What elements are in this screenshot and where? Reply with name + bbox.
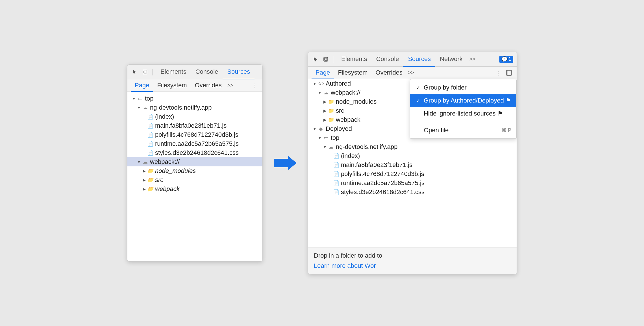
right-toolbar: Elements Console Sources Network >> 💬 1 (308, 52, 517, 67)
tree-item[interactable]: 📄runtime.aa2dc5a72b65a575.js (308, 179, 517, 188)
sub-tab-overrides[interactable]: Overrides (191, 79, 226, 92)
right-tab-overflow[interactable]: >> (467, 56, 478, 62)
tree-item[interactable]: 📄runtime.aa2dc5a72b65a575.js (127, 139, 262, 148)
tree-item[interactable]: ▼▭top (127, 94, 262, 103)
tree-item[interactable]: ▼☁webpack:// (127, 157, 262, 166)
arrow-right (274, 155, 297, 171)
right-devtools-panel: Elements Console Sources Network >> 💬 1 … (308, 52, 517, 274)
tree-item[interactable]: 📄main.fa8bfa0e23f1eb71.js (127, 121, 262, 130)
cursor-icon[interactable] (131, 68, 139, 76)
tab-console[interactable]: Console (191, 65, 223, 79)
tab-elements[interactable]: Elements (156, 65, 191, 79)
sub-toolbar-actions: ⋮ (251, 81, 259, 90)
dropdown-divider (410, 122, 516, 122)
dropdown-item-hide-ignore[interactable]: Hide ignore-listed sources ⚑ (410, 107, 516, 120)
tree-item[interactable]: 📄polyfills.4c768d7122740d3b.js (308, 169, 517, 179)
notification-badge[interactable]: 💬 1 (499, 56, 513, 63)
tree-item[interactable]: ▶📁node_modules (127, 166, 262, 175)
left-devtools-panel: Elements Console Sources Page Filesystem… (127, 64, 263, 262)
dropdown-item-group-authored[interactable]: ✓Group by Authored/Deployed ⚑ (410, 94, 516, 107)
sub-tab-filesystem[interactable]: Filesystem (153, 79, 191, 92)
filesystem-section: Drop in a folder to add to Learn more ab… (308, 247, 517, 274)
right-tab-elements[interactable]: Elements (337, 52, 372, 67)
sub-tab-page[interactable]: Page (131, 79, 153, 92)
tree-item[interactable]: ▼☁ng-devtools.netlify.app (308, 142, 517, 151)
right-sub-toolbar-actions: ⋮ (494, 69, 513, 77)
tree-item[interactable]: 📄main.fa8bfa0e23f1eb71.js (308, 160, 517, 169)
filesystem-learn-more-link[interactable]: Learn more about Wor (314, 262, 511, 270)
tab-bar: Elements Console Sources (156, 65, 259, 79)
dropdown-item-group-folder[interactable]: ✓Group by folder (410, 81, 516, 94)
svg-rect-4 (325, 58, 327, 60)
right-sub-tab-filesystem[interactable]: Filesystem (334, 67, 371, 79)
more-options-button[interactable]: ⋮ (251, 81, 259, 90)
left-toolbar: Elements Console Sources (127, 65, 262, 79)
tree-item[interactable]: 📄styles.d3e2b24618d2c641.css (308, 188, 517, 197)
left-sub-toolbar: Page Filesystem Overrides >> ⋮ (127, 79, 262, 92)
main-container: Elements Console Sources Page Filesystem… (127, 52, 517, 274)
sub-tab-overflow[interactable]: >> (226, 82, 235, 88)
right-tab-network[interactable]: Network (435, 52, 467, 67)
right-cursor-icon[interactable] (312, 55, 319, 63)
tree-item[interactable]: 📄polyfills.4c768d7122740d3b.js (127, 130, 262, 139)
right-tab-bar: Elements Console Sources Network >> (337, 52, 497, 67)
toolbar-divider (152, 69, 153, 75)
right-sub-toolbar: Page Filesystem Overrides >> ⋮ ✓Group by… (308, 67, 517, 79)
right-toolbar-right: 💬 1 (499, 56, 513, 63)
svg-marker-2 (274, 156, 297, 170)
tree-item[interactable]: ▼☁ng-devtools.netlify.app (127, 103, 262, 112)
svg-rect-0 (143, 70, 147, 74)
svg-rect-5 (506, 70, 512, 75)
dropdown-item-open-file[interactable]: Open file⌘ P (410, 124, 516, 137)
right-sub-tab-overflow[interactable]: >> (406, 70, 416, 76)
tree-item[interactable]: ▶📁src (127, 175, 262, 184)
right-toolbar-divider (333, 56, 333, 63)
left-file-tree: ▼▭top▼☁ng-devtools.netlify.app📄(index)📄m… (127, 92, 262, 261)
layers-icon[interactable] (141, 68, 149, 76)
filesystem-drop-text: Drop in a folder to add to (314, 252, 511, 259)
tree-item[interactable]: ▶📁webpack (127, 184, 262, 194)
right-more-options-button[interactable]: ⋮ (494, 69, 502, 77)
sidebar-toggle-button[interactable] (505, 69, 513, 77)
tree-item[interactable]: 📄(index) (308, 151, 517, 160)
tab-sources[interactable]: Sources (223, 65, 254, 79)
right-sub-tab-page[interactable]: Page (312, 67, 334, 79)
right-layers-icon[interactable] (322, 55, 330, 63)
tree-item[interactable]: 📄styles.d3e2b24618d2c641.css (127, 148, 262, 157)
svg-rect-1 (144, 71, 146, 73)
dropdown-menu: ✓Group by folder✓Group by Authored/Deplo… (410, 79, 517, 139)
tree-item[interactable]: 📄(index) (127, 112, 262, 121)
svg-rect-3 (324, 57, 328, 61)
right-tab-sources[interactable]: Sources (403, 52, 435, 67)
right-tab-console[interactable]: Console (372, 52, 404, 67)
right-sub-tab-overrides[interactable]: Overrides (372, 67, 406, 79)
